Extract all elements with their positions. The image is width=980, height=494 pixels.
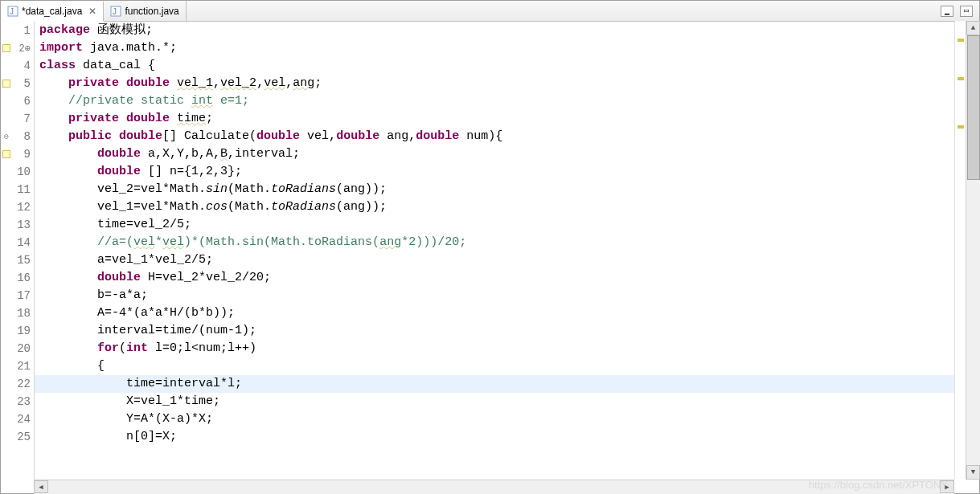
gutter-row: 10 [1, 163, 34, 181]
code-token: ; [206, 112, 213, 125]
code-line[interactable]: public double[] Calculate(double vel,dou… [35, 128, 979, 145]
line-number: 12 [12, 201, 34, 214]
line-number: 17 [12, 289, 34, 302]
scroll-left-arrow[interactable]: ◀ [34, 480, 48, 493]
fold-icon[interactable]: ⊖ [4, 132, 9, 141]
marker-column [1, 150, 12, 158]
editor-window: J *data_cal.java ✕ J function.java ▁ ▭ 1… [0, 0, 980, 494]
code-line[interactable]: //private static int e=1; [35, 92, 979, 110]
code-token [170, 76, 177, 90]
close-icon[interactable]: ✕ [88, 6, 96, 17]
minimize-button[interactable]: ▁ [941, 6, 953, 17]
code-line[interactable]: interval=time/(num-1); [35, 322, 979, 340]
vertical-scrollbar[interactable]: ▲ ▼ [966, 21, 980, 480]
code-line[interactable]: class data_cal { [35, 57, 979, 75]
code-token: double [126, 76, 170, 90]
code-line[interactable]: private double vel_1,vel_2,vel,ang; [35, 75, 979, 92]
scroll-up-arrow[interactable]: ▲ [966, 21, 980, 35]
code-line[interactable]: { [35, 357, 979, 375]
code-token: cos [206, 200, 228, 214]
line-number: 22 [12, 378, 34, 390]
code-token: for [97, 341, 119, 355]
code-line[interactable]: private double time; [35, 110, 979, 128]
code-line[interactable]: b=-a*a; [35, 287, 979, 304]
line-number: 5 [12, 77, 34, 90]
code-line[interactable]: time=interval*l; [35, 375, 979, 393]
code-token: double [97, 271, 141, 284]
code-token: ; [314, 76, 322, 90]
code-area[interactable]: package 函数模拟;import java.math.*;class da… [35, 22, 979, 493]
code-token: )*(Math.sin(Math.toRadians( [184, 235, 379, 249]
code-line[interactable]: for(int l=0;l<num;l++) [35, 340, 979, 357]
warning-icon[interactable] [2, 150, 10, 158]
code-token [170, 112, 177, 125]
code-token: * [155, 235, 162, 249]
maximize-button[interactable]: ▭ [960, 6, 973, 17]
line-number: 9 [12, 148, 34, 161]
gutter-row: 1 [1, 22, 34, 39]
code-line[interactable]: time=vel_2/5; [35, 216, 979, 234]
code-token: vel [133, 235, 155, 249]
code-line[interactable]: package 函数模拟; [35, 22, 979, 39]
code-line[interactable]: X=vel_1*time; [35, 393, 979, 410]
code-token: class [39, 59, 76, 72]
code-line[interactable]: n[0]=X; [35, 428, 979, 446]
line-number: 6 [12, 95, 34, 108]
code-token: private [68, 76, 119, 90]
code-token: java.math.*; [83, 41, 177, 55]
code-token: int [191, 94, 213, 108]
scroll-thumb[interactable] [967, 35, 980, 180]
scroll-down-arrow[interactable]: ▼ [966, 465, 980, 480]
horizontal-scrollbar[interactable]: ◀ ▶ [34, 480, 954, 494]
code-token: double [97, 147, 141, 161]
code-token: , [285, 76, 293, 90]
scroll-right-arrow[interactable]: ▶ [940, 480, 954, 493]
code-token: e=1; [213, 94, 249, 108]
code-line[interactable]: double H=vel_2*vel_2/20; [35, 269, 979, 287]
warning-icon[interactable] [2, 44, 10, 52]
line-number: 4 [12, 59, 34, 72]
gutter-row: 22 [1, 375, 34, 393]
warning-icon[interactable] [2, 80, 10, 88]
code-line[interactable]: vel_2=vel*Math.sin(Math.toRadians(ang)); [35, 181, 979, 198]
code-line[interactable]: double [] n={1,2,3}; [35, 163, 979, 181]
code-line[interactable]: Y=A*(X-a)*X; [35, 410, 979, 428]
code-token [119, 112, 126, 125]
code-line[interactable]: double a,X,Y,b,A,B,interval; [35, 145, 979, 163]
gutter-row: 11 [1, 181, 34, 198]
code-token [39, 94, 68, 108]
code-token: ,interval; [228, 147, 300, 161]
line-number: 18 [12, 307, 34, 320]
code-token: a,X,Y,b,A, [141, 147, 220, 161]
code-token: [] Calculate( [162, 129, 256, 143]
code-token [39, 341, 97, 355]
gutter-row: 17 [1, 287, 34, 304]
code-line[interactable]: import java.math.*; [35, 39, 979, 57]
code-token: ang [379, 235, 401, 249]
code-token: private [68, 112, 119, 125]
code-token: ang, [379, 129, 416, 143]
code-line[interactable]: A=-4*(a*a*H/(b*b)); [35, 304, 979, 322]
code-line[interactable]: a=vel_1*vel_2/5; [35, 251, 979, 269]
code-token: [] n={1,2,3}; [141, 165, 242, 178]
code-token [39, 129, 68, 143]
code-line[interactable]: //a=(vel*vel)*(Math.sin(Math.toRadians(a… [35, 234, 979, 251]
gutter-row: 20 [1, 340, 34, 357]
line-number: 13 [12, 218, 34, 231]
gutter-row: 24 [1, 410, 34, 428]
code-token: b=-a*a; [39, 288, 148, 302]
code-token: double [256, 129, 300, 143]
overview-ruler[interactable] [954, 21, 966, 480]
code-line[interactable]: vel_1=vel*Math.cos(Math.toRadians(ang)); [35, 198, 979, 216]
ruler-warning-marker[interactable] [957, 77, 964, 80]
code-token: time=vel_2/5; [39, 218, 191, 231]
ruler-warning-marker[interactable] [957, 39, 964, 42]
tab-data-cal[interactable]: J *data_cal.java ✕ [1, 2, 104, 22]
tab-function[interactable]: J function.java [104, 1, 186, 21]
code-token: vel_1 [177, 76, 213, 90]
svg-text:J: J [10, 7, 14, 16]
code-token: toRadians [271, 182, 336, 196]
ruler-warning-marker[interactable] [957, 125, 964, 129]
code-token [112, 129, 119, 143]
code-token: n[0]=X; [39, 430, 177, 443]
